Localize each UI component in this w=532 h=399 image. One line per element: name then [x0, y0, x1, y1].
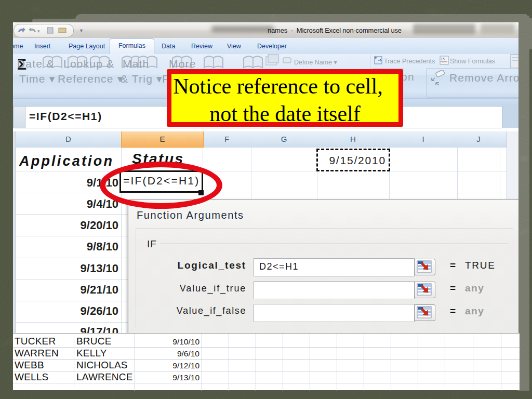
svg-text:▾: ▾ — [22, 29, 24, 34]
svg-text:15: 15 — [441, 57, 445, 61]
svg-text:▾: ▾ — [37, 29, 40, 34]
